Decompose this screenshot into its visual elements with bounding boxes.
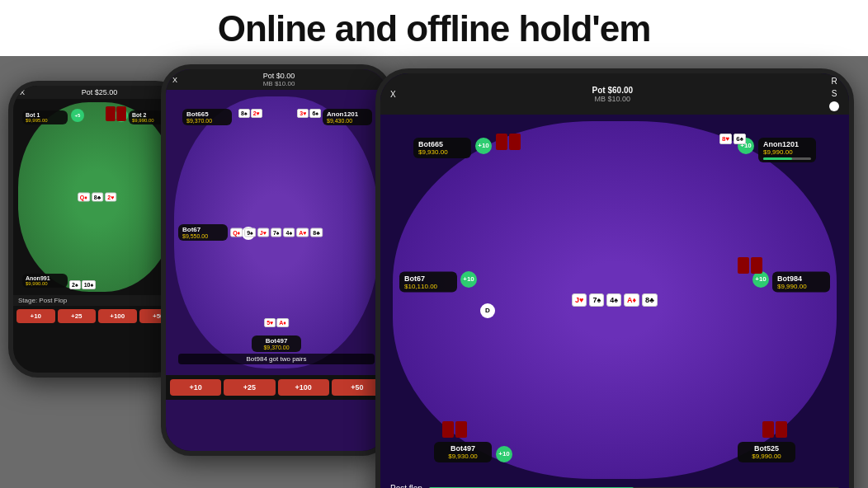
phone-3-rsbox: R S — [829, 77, 839, 111]
player-anon991-name: Anon991 — [26, 275, 64, 281]
phone-1-pot: Pot $25.00 — [82, 88, 118, 96]
phone-3-topbar: X Pot $60.00 MB $10.00 R S — [380, 73, 849, 115]
phone-1-table: Bot 1 $9,995.00 +5 Bot 2 $9,990.00 +10 Q… — [18, 102, 176, 292]
phone-3-pot-area: Pot $60.00 MB $10.00 — [592, 86, 633, 103]
phone-2-topbar: X Pot $0.00 MB $10.00 — [166, 69, 387, 90]
phone-3-mb: MB $10.00 — [592, 95, 633, 103]
player-bot984-p3: Bot984 $9,990.00 — [772, 272, 830, 293]
player-bot67-p2: Bot67 $9,550.00 — [178, 224, 228, 241]
player-bot525-p3: Bot525 $9,990.00 — [738, 442, 795, 462]
phone-3: X Pot $60.00 MB $10.00 R S Bot665 $9,930… — [375, 68, 854, 488]
bot984-p3-badge: +10 — [752, 271, 769, 288]
phone-1-actions: +10 +25 +100 +50 — [13, 306, 181, 326]
phones-area: X Pot $25.00 Bot 1 $9,995.00 +5 Bot 2 $9… — [0, 56, 868, 476]
phone-2-screen: X Pot $0.00 MB $10.00 Bot665 $9,370.00 8… — [166, 69, 387, 451]
phone-3-x[interactable]: X — [390, 90, 396, 99]
phone-3-screen: X Pot $60.00 MB $10.00 R S Bot665 $9,930… — [380, 73, 849, 488]
bot497-p3-badge: +10 — [496, 446, 512, 462]
player-bot665-p3: Bot665 $9,930.00 — [413, 138, 471, 158]
btn-p1-25[interactable]: +25 — [58, 309, 97, 323]
phone-3-pot: Pot $60.00 — [592, 86, 633, 95]
player-hand-p1: 2♠ 10♠ — [69, 280, 96, 289]
bot1-badge: +5 — [71, 109, 84, 122]
phone-1-screen: X Pot $25.00 Bot 1 $9,995.00 +5 Bot 2 $9… — [13, 86, 181, 373]
btn-p1-100[interactable]: +100 — [98, 309, 137, 323]
btn-p2-100[interactable]: +100 — [278, 379, 329, 396]
bot665-p2-cards: 8♠ 2♥ — [238, 109, 262, 118]
player-bot497-p3: Bot497 $9,930.00 — [434, 442, 492, 462]
dealer-chip-bot67: D — [480, 303, 495, 318]
phone-2-pot-area: Pot $0.00 MB $10.00 — [263, 72, 295, 87]
community-cards-p1: Q♦ 8♣ 2♥ — [78, 193, 117, 202]
player-bot1-chips: $9,995.00 — [26, 118, 64, 123]
phone-1-stage: Stage: Post Flop — [13, 295, 181, 306]
bot525-p3-cards — [762, 421, 787, 438]
phone-2: X Pot $0.00 MB $10.00 Bot665 $9,370.00 8… — [161, 64, 392, 456]
bot497-p3-cards — [442, 421, 467, 438]
page-title: Online and offline hold'em — [0, 8, 868, 49]
community-cards-p3: J♥ 7♠ 4♠ A♦ 8♣ — [572, 293, 658, 307]
bot67-p3-badge: +10 — [460, 271, 477, 288]
status-msg-p2: Bot984 got two pairs — [178, 354, 375, 364]
phone-3-s: S — [832, 89, 837, 98]
btn-p2-25[interactable]: +25 — [224, 379, 275, 396]
dealer-dot — [829, 101, 839, 111]
bot497-p2-cards: 5♥ A♦ — [264, 318, 289, 327]
phone-2-x[interactable]: X — [172, 76, 177, 84]
phone-2-actions: +10 +25 +100 +50 — [166, 375, 387, 400]
player-bot665-p2: Bot665 $9,370.00 — [182, 109, 232, 125]
phone-3-table: Bot665 $9,930.00 +10 Anon1201 $9,990.00 … — [393, 121, 837, 479]
community-cards-p2: Q♦ 9♠ J♥ 7♠ 4♠ A♥ 8♣ — [230, 228, 323, 237]
btn-p2-10[interactable]: +10 — [170, 379, 221, 396]
player-anon1201-p2: Anon1201 $9,430.00 — [323, 109, 372, 125]
player-bot1-name: Bot 1 — [26, 112, 64, 118]
phone-1: X Pot $25.00 Bot 1 $9,995.00 +5 Bot 2 $9… — [8, 81, 186, 378]
bot665-p3-cards — [496, 134, 521, 150]
bot984-p3-cards — [738, 257, 762, 274]
player-bot1: Bot 1 $9,995.00 — [22, 110, 68, 124]
phone-2-table: Bot665 $9,370.00 8♠ 2♥ Anon1201 $9,430.0… — [174, 96, 379, 368]
player-bot497-p2: Bot497 $9,370.00 — [252, 336, 301, 352]
phone-3-stage: Post flop — [390, 484, 422, 488]
player-anon1201-p3: Anon1201 $9,990.00 — [758, 138, 816, 162]
bot665-p3-badge: +10 — [475, 138, 492, 154]
phone-3-stage-area: Post flop — [380, 482, 849, 488]
phone-3-r: R — [831, 77, 837, 86]
phone-2-mb: MB $10.00 — [263, 80, 295, 87]
anon1201-p3-cards: 8♥ 6♠ — [719, 134, 746, 144]
bot2-cards — [106, 106, 126, 121]
anon1201-progress — [763, 157, 811, 160]
player-anon991-chips: $9,990.00 — [26, 281, 64, 286]
btn-p1-10[interactable]: +10 — [17, 309, 55, 323]
player-anon991: Anon991 $9,990.00 — [22, 274, 68, 288]
phone-2-pot: Pot $0.00 — [263, 72, 295, 80]
phone-1-x[interactable]: X — [20, 88, 25, 96]
header: Online and offline hold'em — [0, 0, 868, 56]
anon1201-p2-cards: 3♥ 6♠ — [297, 109, 321, 118]
phone-1-topbar: X Pot $25.00 — [13, 86, 181, 99]
player-bot67-p3: Bot67 $10,110.00 — [399, 272, 457, 293]
